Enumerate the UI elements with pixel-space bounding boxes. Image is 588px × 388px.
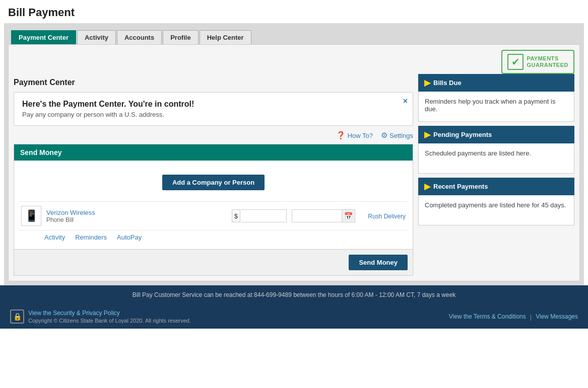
- autopay-link[interactable]: AutoPay: [117, 234, 142, 241]
- footer-left-text: View the Security & Privacy Policy Copyr…: [28, 309, 191, 324]
- how-to-link[interactable]: ❓ How To?: [336, 131, 373, 140]
- footer-service-text: Bill Pay Customer Service can be reached…: [0, 285, 588, 304]
- security-privacy-link[interactable]: View the Security & Privacy Policy: [28, 309, 191, 317]
- right-sidebar: ▶ Bills Due Reminders help you track whe…: [418, 74, 574, 276]
- view-messages-link[interactable]: View Messages: [536, 313, 578, 320]
- send-money-body: Add a Company or Person 📱 Verizon Wirele…: [14, 161, 413, 249]
- amount-area: $: [232, 209, 287, 222]
- send-money-button-row: Send Money: [14, 249, 413, 275]
- footer-copyright: Copyright © Citizens State Bank of Loyal…: [28, 318, 191, 324]
- footer-left: 🔒 View the Security & Privacy Policy Cop…: [10, 309, 191, 324]
- bills-due-section: ▶ Bills Due Reminders help you track whe…: [418, 74, 574, 122]
- settings-link[interactable]: ⚙ Settings: [381, 131, 413, 140]
- help-settings-row: ❓ How To? ⚙ Settings: [14, 131, 413, 140]
- info-banner: Here's the Payment Center. You're in con…: [14, 92, 413, 126]
- pending-payments-header: ▶ Pending Payments: [418, 126, 574, 143]
- bills-due-body: Reminders help you track when a payment …: [418, 92, 574, 122]
- lock-icon: 🔒: [10, 309, 24, 324]
- footer-right: View the Terms & Conditions | View Messa…: [449, 313, 578, 321]
- payee-links-row: Activity Reminders AutoPay: [19, 230, 408, 244]
- bills-due-bullet: ▶: [424, 78, 430, 88]
- payee-name-link[interactable]: Verizon Wireless: [46, 209, 95, 216]
- payee-info: Verizon Wireless Phone Bill: [46, 209, 227, 223]
- recent-payments-section: ▶ Recent Payments Completed payments are…: [418, 178, 574, 225]
- terms-conditions-link[interactable]: View the Terms & Conditions: [449, 313, 526, 320]
- recent-payments-header: ▶ Recent Payments: [418, 178, 574, 195]
- tab-help-center[interactable]: Help Center: [200, 30, 251, 44]
- recent-payments-bullet: ▶: [424, 182, 430, 191]
- activity-link[interactable]: Activity: [44, 234, 65, 241]
- reminders-link[interactable]: Reminders: [75, 234, 107, 241]
- date-area: 📅: [292, 209, 355, 222]
- send-money-header: Send Money: [14, 144, 413, 161]
- pending-payments-bullet: ▶: [424, 130, 430, 139]
- tab-payment-center[interactable]: Payment Center: [11, 30, 76, 44]
- payee-row: 📱 Verizon Wireless Phone Bill $: [19, 201, 408, 230]
- payments-guaranteed-text: PAYMENTS GUARANTEED: [527, 55, 568, 68]
- banner-title: Here's the Payment Center. You're in con…: [22, 100, 405, 109]
- banner-close-button[interactable]: ×: [403, 97, 408, 106]
- page-title: Bill Payment: [0, 0, 588, 23]
- date-input[interactable]: [292, 209, 342, 222]
- tab-activity[interactable]: Activity: [77, 30, 116, 44]
- tab-profile[interactable]: Profile: [163, 30, 198, 44]
- amount-input[interactable]: [241, 209, 287, 222]
- send-money-section: Send Money Add a Company or Person 📱 Ver…: [14, 144, 413, 276]
- content-area: ✔ PAYMENTS GUARANTEED Payment Center Her…: [8, 44, 580, 281]
- footer-divider: |: [530, 313, 532, 321]
- section-heading: Payment Center: [14, 74, 413, 92]
- payee-type: Phone Bill: [46, 216, 227, 223]
- footer-links: 🔒 View the Security & Privacy Policy Cop…: [0, 304, 588, 329]
- tab-accounts[interactable]: Accounts: [117, 30, 162, 44]
- calendar-button[interactable]: 📅: [342, 209, 355, 222]
- send-money-button[interactable]: Send Money: [349, 255, 408, 270]
- settings-icon: ⚙: [381, 131, 387, 140]
- banner-text: Pay any company or person with a U.S. ad…: [22, 111, 405, 118]
- checkmark-icon: ✔: [507, 54, 524, 70]
- add-company-button[interactable]: Add a Company or Person: [162, 175, 265, 190]
- pending-payments-section: ▶ Pending Payments Scheduled payments ar…: [418, 126, 574, 174]
- tab-bar: Payment Center Activity Accounts Profile…: [8, 27, 580, 44]
- pending-payments-body: Scheduled payments are listed here.: [418, 143, 574, 174]
- dollar-sign: $: [232, 209, 240, 222]
- rush-delivery-link[interactable]: Rush Delivery: [368, 213, 406, 220]
- left-main: Payment Center Here's the Payment Center…: [14, 74, 413, 276]
- payee-icon: 📱: [21, 206, 41, 226]
- question-icon: ❓: [336, 131, 346, 140]
- payments-guaranteed-badge: ✔ PAYMENTS GUARANTEED: [501, 50, 574, 74]
- recent-payments-body: Completed payments are listed here for 4…: [418, 195, 574, 225]
- bills-due-header: ▶ Bills Due: [418, 74, 574, 92]
- top-row: ✔ PAYMENTS GUARANTEED: [9, 45, 579, 74]
